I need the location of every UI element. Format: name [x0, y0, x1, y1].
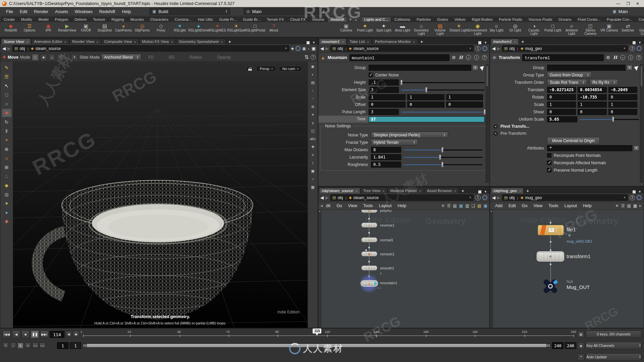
- steam-network-canvas[interactable]: ▲ Indie Edition Geometry ▤ polym2 ◒ reve…: [318, 210, 489, 328]
- move-centroid-button[interactable]: Move Centroid to Origin: [547, 137, 600, 144]
- shelf-tab[interactable]: Texture: [90, 17, 108, 22]
- search-icon[interactable]: ⌕: [466, 55, 471, 60]
- shelf-tool[interactable]: ◆ Redshift: [1, 22, 20, 37]
- grid-view-icon[interactable]: ▦: [459, 203, 463, 208]
- pane-menu-caret[interactable]: ▼: [484, 190, 487, 193]
- viewport-3d[interactable]: Persp No cam Transform selected geometry…: [13, 62, 308, 328]
- menu-item[interactable]: Windows: [71, 8, 96, 15]
- translate-z-field[interactable]: -0.2049: [608, 87, 637, 93]
- pane-tab[interactable]: Scene View: [1, 39, 31, 44]
- shelf-tab[interactable]: Terrain FX: [264, 17, 287, 22]
- tree-view-icon[interactable]: ☰: [621, 203, 625, 208]
- rotate-order-dropdown[interactable]: Rx Ry Rz: [590, 79, 618, 85]
- key-all-channels-button[interactable]: Key All Channels: [586, 342, 641, 349]
- gear-icon[interactable]: ⚙: [452, 55, 456, 60]
- shelf-tab[interactable]: Model: [35, 17, 51, 22]
- shelf-tab[interactable]: Guide Br...: [240, 17, 264, 22]
- uniform-scale-slider[interactable]: [580, 116, 639, 122]
- add-pane-tab-button[interactable]: +: [418, 39, 426, 44]
- viewport-display-icon[interactable]: ◉: [309, 63, 317, 70]
- keyframe-pencil-icon[interactable]: ✎: [3, 343, 9, 349]
- file-reference-link[interactable]: mug_v003.OBJ: [567, 239, 592, 243]
- shelf-tool[interactable]: ◉ IPR: [39, 22, 58, 37]
- sop-node[interactable]: ◉: [361, 251, 377, 256]
- parameter-scrollbar[interactable]: [486, 64, 489, 183]
- help-icon[interactable]: ?: [482, 55, 487, 60]
- max-octaves-slider[interactable]: [404, 147, 482, 153]
- range-end-display-field[interactable]: 240: [565, 342, 576, 349]
- pane-menu-caret[interactable]: ▼: [638, 41, 641, 44]
- shelf-tab[interactable]: Deform: [71, 17, 90, 22]
- wrench-icon[interactable]: ✕: [615, 203, 619, 208]
- network-menu-item[interactable]: View: [345, 203, 360, 209]
- add-pane-tab-button[interactable]: +: [459, 188, 467, 193]
- list-view-icon[interactable]: ▤: [627, 203, 631, 208]
- shelf-tool[interactable]: ▬ Area Light: [393, 22, 412, 37]
- pane-tab[interactable]: Tree View: [361, 188, 387, 193]
- group-field[interactable]: [369, 65, 471, 71]
- close-tab-icon[interactable]: [413, 40, 415, 44]
- shelf-tool[interactable]: ▨ Volume Light: [431, 22, 449, 37]
- shelf-tool[interactable]: ◎ Gamepad Camera: [637, 22, 644, 37]
- sop-node[interactable]: ◗: [361, 265, 377, 270]
- shelf-tab[interactable]: Muscles: [127, 17, 147, 22]
- viewport-display-icon[interactable]: ▦: [309, 184, 317, 190]
- shelf-tool[interactable]: ◫ Stereo Camera: [581, 22, 600, 37]
- menu-scroll-right-icon[interactable]: ▶: [639, 204, 642, 207]
- shelf-tool[interactable]: ○ Ambient Light: [562, 22, 581, 37]
- wrench-icon[interactable]: ✕: [441, 203, 445, 208]
- shelf-tool[interactable]: ⇄ Switcher: [619, 22, 637, 37]
- radial-menu-icon[interactable]: [637, 46, 642, 51]
- scale-y-field[interactable]: 1: [407, 94, 444, 100]
- shelf-tab[interactable]: Modify: [18, 17, 35, 22]
- note-icon[interactable]: ▤: [477, 203, 481, 208]
- info-icon[interactable]: i: [628, 55, 633, 60]
- group-select-arrow-icon[interactable]: [634, 64, 640, 70]
- go-to-start-button[interactable]: |◀◀: [3, 330, 11, 338]
- viewport-tool-icon[interactable]: ☰: [2, 73, 11, 81]
- lock-icon[interactable]: [246, 66, 254, 72]
- shelf-tab[interactable]: Cloud FX: [287, 17, 309, 22]
- link-badge[interactable]: 1: [475, 46, 481, 51]
- breadcrumb-node[interactable]: steam_source: [35, 46, 60, 51]
- no-cam-dropdown[interactable]: No cam: [279, 66, 302, 72]
- shelf-tool[interactable]: □ RSLightPortal: [246, 22, 264, 37]
- viewport-tool-icon[interactable]: ✚: [2, 109, 11, 117]
- nav-back-button[interactable]: ◀: [492, 46, 495, 51]
- roughness-slider[interactable]: [404, 162, 482, 168]
- node-label[interactable]: polym2: [380, 210, 392, 213]
- node-label[interactable]: remesh1: [380, 252, 394, 256]
- center-noise-checkbox[interactable]: [369, 73, 373, 77]
- scale-y-field[interactable]: 1: [578, 102, 606, 108]
- shelf-tool[interactable]: ▤ Snapshot: [95, 22, 114, 37]
- null-node[interactable]: [542, 279, 559, 294]
- shelf-tab[interactable]: Populate Con...: [604, 17, 635, 22]
- group-field[interactable]: [547, 65, 626, 71]
- nav-forward-button[interactable]: ▶: [7, 46, 11, 51]
- shelf-tab[interactable]: Particle Fluids: [496, 17, 525, 22]
- range-start-field[interactable]: 1: [57, 342, 68, 349]
- viewport-display-icon[interactable]: ⊞: [309, 103, 317, 110]
- close-tab-icon[interactable]: [419, 189, 421, 193]
- viewport-display-icon[interactable]: ○: [309, 176, 317, 182]
- shelf-menu-caret[interactable]: ▼: [353, 19, 359, 22]
- attributes-dropdown-caret[interactable]: ▼: [634, 145, 639, 150]
- radial-menu-icon[interactable]: [296, 46, 301, 51]
- playback-range-slider[interactable]: [83, 344, 551, 348]
- sop-node[interactable]: ◒: [361, 223, 377, 228]
- viewport-display-icon[interactable]: abc: [309, 135, 317, 142]
- xform-order-dropdown[interactable]: Scale Rot Trans: [547, 79, 587, 85]
- shelf-tool[interactable]: ● RSLightDome: [189, 22, 208, 37]
- range-start-display-field[interactable]: 1: [70, 342, 81, 349]
- viewport-display-icon[interactable]: ∵: [309, 95, 317, 102]
- shelf-tab[interactable]: Characters: [147, 17, 171, 22]
- close-tab-icon[interactable]: [382, 189, 385, 193]
- shade-mode-icon[interactable]: ◗: [308, 47, 310, 51]
- network-menu-item[interactable]: Tools: [360, 203, 376, 209]
- pane-tab[interactable]: /obj/mug_geo: [491, 188, 524, 193]
- viewport-display-icon[interactable]: γ: [309, 119, 317, 126]
- add-shelf-tab-button[interactable]: +: [347, 17, 353, 22]
- handle-peak-icon[interactable]: △: [49, 54, 55, 61]
- sop-node-selected[interactable]: ▲: [361, 281, 377, 286]
- viewport-tool-icon[interactable]: ⇕: [2, 127, 11, 135]
